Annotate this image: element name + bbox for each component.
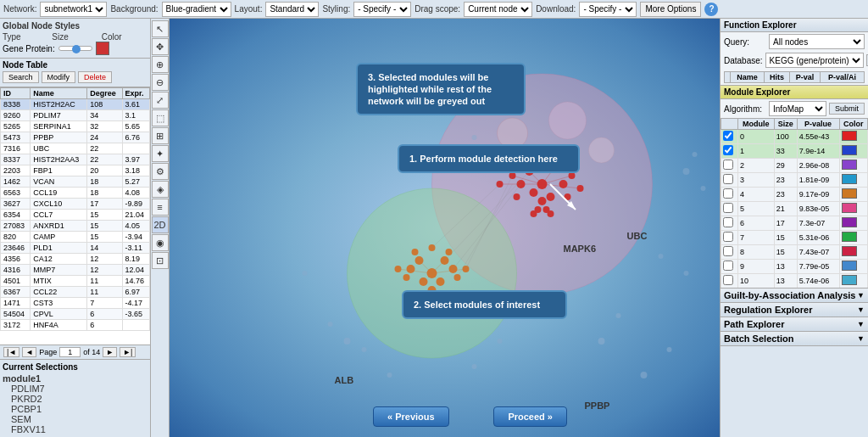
table-row[interactable]: 8338HIST2H2AC1083.61: [1, 99, 150, 110]
table-row[interactable]: 6354CCL71521.04: [1, 210, 150, 221]
table-row[interactable]: 5265SERPINA1325.65: [1, 121, 150, 132]
zoom-in-tool[interactable]: ⊕: [152, 56, 169, 73]
selections-list: module1 PDLIM7 PKRD2 PCBP1 SEM FBXV11: [3, 373, 147, 434]
filter-tool[interactable]: ✦: [152, 145, 169, 162]
first-page-btn[interactable]: |◄: [3, 347, 19, 357]
node-tool[interactable]: ◉: [152, 234, 169, 251]
2d-tool[interactable]: 2D: [152, 216, 169, 233]
module-row[interactable]: 7 15 5.31e-06: [721, 231, 868, 245]
table-row[interactable]: 3172HNF4A6: [1, 320, 150, 331]
module-row[interactable]: 9 13 7.79e-05: [721, 260, 868, 274]
prev-page-btn[interactable]: ◄: [22, 347, 36, 357]
module-row[interactable]: 5 21 9.83e-05: [721, 202, 868, 216]
svg-point-59: [344, 338, 351, 345]
module-row[interactable]: 1 33 7.9e-14: [721, 144, 868, 159]
module-row[interactable]: 3 23 1.81e-09: [721, 173, 868, 188]
edge-tool[interactable]: ⊡: [152, 252, 169, 269]
guilt-by-association-header[interactable]: Guilt-by-Association Analysis ▼: [721, 289, 868, 302]
left-panel: Global Node Styles Type Size Color Gene …: [0, 19, 151, 437]
table-row[interactable]: 1471CST37-4.17: [1, 298, 150, 309]
svg-point-9: [547, 193, 555, 201]
table-row[interactable]: 4356CA12128.19: [1, 254, 150, 265]
settings-tool[interactable]: ⚙: [152, 163, 169, 180]
color-picker[interactable]: [96, 42, 109, 55]
algorithm-select[interactable]: InfoMap: [769, 101, 826, 116]
move-tool[interactable]: ✥: [152, 38, 169, 55]
label-tool[interactable]: ≡: [152, 199, 169, 216]
batch-selection-label: Batch Selection: [724, 333, 794, 344]
svg-point-75: [447, 152, 452, 157]
module-explorer-title: Module Explorer: [721, 86, 868, 99]
background-select[interactable]: Blue-gradient: [162, 2, 231, 17]
path-explorer-header[interactable]: Path Explorer ▼: [721, 317, 868, 331]
table-row[interactable]: 23646PLD114-3.11: [1, 243, 150, 254]
styling-select[interactable]: - Specify -: [353, 2, 411, 17]
module-row[interactable]: 8 15 7.43e-07: [721, 245, 868, 260]
svg-point-38: [407, 265, 415, 273]
module-row[interactable]: 10 13 5.74e-06: [721, 274, 868, 289]
table-row[interactable]: 2203FBP1203.18: [1, 165, 150, 176]
table-row[interactable]: 7316UBC22: [1, 143, 150, 154]
download-select[interactable]: - Specify -: [579, 2, 637, 17]
table-row[interactable]: 54504CPVL6-3.65: [1, 309, 150, 320]
guilt-chevron-icon: ▼: [857, 291, 865, 300]
page-input[interactable]: [59, 347, 81, 357]
previous-button[interactable]: « Previous: [373, 406, 449, 427]
size-slider[interactable]: [58, 46, 92, 51]
function-explorer-section: Function Explorer Query: All nodes Datab…: [721, 19, 868, 86]
type-label: Type: [3, 32, 48, 42]
layout-select[interactable]: Standard: [265, 2, 319, 17]
me-submit-button[interactable]: Submit: [829, 103, 865, 115]
layout-tool[interactable]: ⊞: [152, 127, 169, 144]
modify-button[interactable]: Modify: [42, 71, 76, 83]
network-select[interactable]: subnetwork1: [40, 2, 107, 17]
table-row[interactable]: 5473PPBP246.76: [1, 132, 150, 143]
function-explorer-table: Name Hits P-val P-val/Ai: [724, 71, 865, 83]
next-page-btn[interactable]: ►: [103, 347, 117, 357]
table-row[interactable]: 4501MTIX1114.76: [1, 276, 150, 287]
database-select[interactable]: KEGG (gene/protein): [765, 53, 864, 68]
table-row[interactable]: 1462VCAN185.27: [1, 176, 150, 188]
regulation-chevron-icon: ▼: [857, 305, 865, 314]
table-row[interactable]: 4316MMP71212.04: [1, 265, 150, 276]
fe-col-pvalai: P-val/Ai: [821, 72, 865, 83]
path-chevron-icon: ▼: [857, 320, 865, 328]
query-select[interactable]: All nodes: [769, 34, 865, 49]
module-row[interactable]: 6 17 7.3e-07: [721, 216, 868, 231]
batch-selection-header[interactable]: Batch Selection ▼: [721, 332, 868, 345]
table-row[interactable]: 3627CXCL1017-9.89: [1, 199, 150, 210]
module-row[interactable]: 0 100 4.55e-43: [721, 130, 868, 144]
table-row[interactable]: 9260PDLIM7343.1: [1, 110, 150, 121]
module-row[interactable]: 2 29 2.96e-08: [721, 159, 868, 173]
table-row[interactable]: 6563CCL19184.08: [1, 188, 150, 199]
table-row[interactable]: 6367CCL22116.97: [1, 287, 150, 298]
delete-button[interactable]: Delete: [78, 71, 112, 83]
page-label: Page: [39, 348, 57, 356]
search-button[interactable]: Search: [3, 71, 39, 83]
fit-tool[interactable]: ⤢: [152, 92, 169, 109]
svg-point-19: [514, 193, 520, 200]
table-row[interactable]: 820CAMP15-3.94: [1, 232, 150, 243]
proceed-button[interactable]: Proceed »: [493, 406, 567, 427]
path-explorer-section: Path Explorer ▼: [721, 317, 868, 332]
module-row[interactable]: 4 23 9.17e-09: [721, 188, 868, 202]
pointer-tool[interactable]: ↖: [152, 20, 169, 37]
help-icon[interactable]: ?: [704, 3, 718, 16]
select-tool[interactable]: ⬚: [152, 109, 169, 126]
gene-4: SEM: [3, 414, 147, 424]
style-tool[interactable]: ◈: [152, 181, 169, 198]
table-row[interactable]: 27083ANXRD1154.05: [1, 221, 150, 232]
background-label: Background:: [110, 4, 158, 14]
regulation-explorer-header[interactable]: Regulation Explorer ▼: [721, 303, 868, 317]
pagination: |◄ ◄ Page of 14 ► ►|: [0, 345, 150, 359]
network-label: Network:: [3, 4, 36, 14]
drag-scope-select[interactable]: Current node: [464, 2, 532, 17]
zoom-out-tool[interactable]: ⊖: [152, 74, 169, 91]
canvas-area[interactable]: MAPK6 UBC ALB PPBP 3. Selected modules w…: [170, 19, 720, 437]
table-row[interactable]: 8337HIST2H2AA3223.97: [1, 154, 150, 165]
node-table[interactable]: ID Name Degree Expr. 8338HIST2H2AC1083.6…: [0, 87, 150, 345]
layout-label: Layout:: [235, 4, 263, 14]
page-total: of 14: [83, 348, 100, 356]
more-options-button[interactable]: More Options: [640, 2, 701, 17]
last-page-btn[interactable]: ►|: [120, 347, 136, 357]
